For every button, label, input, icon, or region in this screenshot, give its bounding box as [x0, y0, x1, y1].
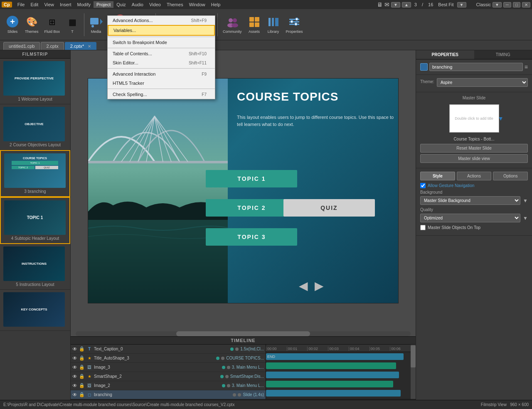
menu-audio[interactable]: Audio: [129, 1, 146, 8]
menu-themes[interactable]: Themes: [164, 1, 186, 8]
master-slide-dropdown-icon[interactable]: ▼: [498, 115, 504, 122]
master-slide-thumb[interactable]: Double click to add title ▼: [449, 104, 499, 133]
props-tab-properties[interactable]: PROPERTIES: [416, 50, 474, 59]
nav-down-btn[interactable]: ▼: [391, 2, 400, 7]
media-button[interactable]: Media: [87, 15, 105, 34]
library-button[interactable]: Library: [264, 15, 283, 34]
menu-item-advanced-actions[interactable]: Advanced Actions... Shift+F9: [108, 16, 215, 25]
timeline-row-textcaption[interactable]: 👁 🔒 T Text_Caption_0 1.5x(Ind,Cl...: [71, 345, 266, 354]
row-dot1-3[interactable]: [220, 375, 224, 378]
more-options-icon[interactable]: ≡: [525, 64, 528, 70]
allow-gesture-checkbox[interactable]: [420, 183, 426, 188]
props-tab-timing[interactable]: TIMING: [474, 50, 532, 59]
row-dot1-4[interactable]: [222, 384, 225, 387]
assets-button[interactable]: Assets: [245, 15, 264, 34]
row-dot2-4[interactable]: [227, 384, 230, 387]
tab-2cptx-active[interactable]: 2.cptx* ✕: [65, 42, 97, 50]
menu-video[interactable]: Video: [146, 1, 164, 8]
topic1-button[interactable]: TOPIC 1: [206, 170, 297, 187]
master-slide-view-btn[interactable]: Master slide view: [420, 154, 528, 163]
menu-item-variables[interactable]: Variables...: [108, 25, 215, 36]
best-fit-dropdown[interactable]: ▼: [457, 2, 466, 7]
filmstrip-item-6[interactable]: KEY CONCEPTS: [0, 290, 70, 331]
topic3-button[interactable]: TOPIC 3: [206, 228, 297, 246]
menu-insert[interactable]: Insert: [57, 1, 74, 8]
row-dot1-5[interactable]: [233, 393, 236, 397]
eye-icon-6[interactable]: 👁: [72, 392, 77, 398]
row-dot1-2[interactable]: [222, 366, 225, 369]
master-objects-checkbox[interactable]: [420, 225, 426, 230]
reset-master-slide-btn[interactable]: Reset Master Slide: [420, 144, 528, 153]
nav-prev-arrow[interactable]: ◀: [299, 279, 308, 293]
filmstrip-item-2[interactable]: OBJECTIVE 2 Course Objectives Layout: [0, 104, 70, 150]
row-dot2-5[interactable]: [238, 393, 241, 397]
row-dot2-0[interactable]: [235, 347, 239, 351]
eye-icon[interactable]: 👁: [72, 346, 77, 352]
maximize-btn[interactable]: □: [513, 2, 520, 7]
properties-button[interactable]: Properties: [283, 15, 305, 34]
filmstrip-item-5[interactable]: INSTRUCTIONS 5 Instructions Layout: [0, 244, 70, 290]
timeline-vscrollbar[interactable]: [411, 345, 416, 399]
timeline-row-title-autoshape[interactable]: 👁 🔒 ★ Title_AutoShape_3 COURSE TOPICS...: [71, 354, 266, 363]
tab-untitled1[interactable]: untitled1.cpb: [3, 42, 40, 50]
menu-project[interactable]: Project: [94, 1, 113, 8]
menu-item-advanced-interaction[interactable]: Advanced Interaction F9: [108, 69, 215, 79]
timeline-row-branching[interactable]: 👁 🔒 ◻ branching Slide (1.4s): [71, 390, 266, 399]
lock-icon-4[interactable]: 🔒: [79, 374, 85, 379]
timeline-row-smartshape[interactable]: 👁 🔒 ★ SmartShape_2 SmartShape:Dis...: [71, 372, 266, 381]
tab-style[interactable]: Style: [420, 172, 455, 180]
menu-item-check-spelling[interactable]: Check Spelling... F7: [108, 90, 215, 99]
menu-modify[interactable]: Modify: [74, 1, 94, 8]
lock-icon-3[interactable]: 🔒: [79, 365, 85, 370]
row-dot2-3[interactable]: [225, 375, 229, 378]
timeline-row-image3[interactable]: 👁 🔒 🖼 Image_3 3. Main Menu L...: [71, 363, 266, 372]
tab-close-icon[interactable]: ✕: [88, 44, 91, 49]
row-dot1-0[interactable]: [230, 347, 234, 351]
best-fit-label[interactable]: Best Fit: [436, 2, 455, 7]
menu-item-skin-editor[interactable]: Skin Editor... Shift+F11: [108, 58, 215, 67]
menu-file[interactable]: File: [15, 1, 28, 8]
menu-quiz[interactable]: Quiz: [113, 1, 129, 8]
lock-icon-5[interactable]: 🔒: [79, 383, 85, 388]
tab-actions[interactable]: Actions: [457, 172, 492, 180]
filmstrip-item-3[interactable]: COURSE TOPICS TOPIC 1 TOPIC 2 QUIZ 3 bra…: [0, 150, 70, 197]
close-btn[interactable]: ✕: [522, 2, 530, 7]
canvas-hscrollbar[interactable]: [76, 331, 411, 336]
nav-up-btn[interactable]: ▲: [402, 2, 411, 7]
eye-icon-2[interactable]: 👁: [72, 355, 77, 361]
slides-button[interactable]: + Slides: [3, 15, 22, 34]
canvas-hscrollbar-thumb[interactable]: [176, 331, 310, 336]
themes-button[interactable]: 🎨 Themes: [22, 15, 41, 34]
menu-help[interactable]: Help: [208, 1, 224, 8]
classic-dropdown[interactable]: ▼: [493, 2, 502, 7]
background-dropdown-icon[interactable]: ▼: [523, 198, 528, 204]
eye-icon-3[interactable]: 👁: [72, 365, 77, 370]
background-select[interactable]: Master Slide Background: [420, 196, 520, 205]
minimize-btn[interactable]: ─: [503, 2, 511, 7]
tab-options[interactable]: Options: [493, 172, 528, 180]
theme-select[interactable]: Aspire: [437, 78, 528, 87]
lock-icon-6[interactable]: 🔒: [79, 392, 85, 397]
community-button[interactable]: Community: [220, 15, 244, 34]
lock-icon-2[interactable]: 🔒: [79, 355, 85, 361]
row-dot2-1[interactable]: [221, 357, 224, 360]
filmstrip-item-1[interactable]: PROVIDE PERSPECTIVE 1 Welcome Layout: [0, 59, 70, 104]
slide-name-input[interactable]: [429, 63, 523, 71]
menu-view[interactable]: View: [41, 1, 57, 8]
eye-icon-4[interactable]: 👁: [72, 374, 77, 379]
eye-icon-5[interactable]: 👁: [72, 383, 77, 389]
quality-dropdown-icon[interactable]: ▼: [523, 215, 528, 221]
menu-item-toc[interactable]: Table of Contents... Shift+F10: [108, 49, 215, 58]
fluid-box-button[interactable]: ⊞ Fluid Box: [42, 15, 63, 34]
quiz-button[interactable]: QUIZ: [283, 199, 375, 217]
timeline-vscrollbar-thumb[interactable]: [411, 345, 416, 367]
quality-select[interactable]: Optimized: [420, 214, 520, 222]
menu-window[interactable]: Window: [186, 1, 208, 8]
row-dot2-2[interactable]: [227, 366, 230, 369]
timeline-row-image2[interactable]: 👁 🔒 🖼 Image_2 3. Main Menu L...: [71, 381, 266, 390]
menu-item-breakpoint[interactable]: Switch to Breakpoint Mode: [108, 38, 215, 47]
menu-item-html5-tracker[interactable]: HTML5 Tracker: [108, 79, 215, 88]
row-dot1-1[interactable]: [216, 357, 219, 360]
lock-icon[interactable]: 🔒: [79, 346, 85, 352]
unknown-btn-1[interactable]: ▦ T: [63, 15, 81, 34]
